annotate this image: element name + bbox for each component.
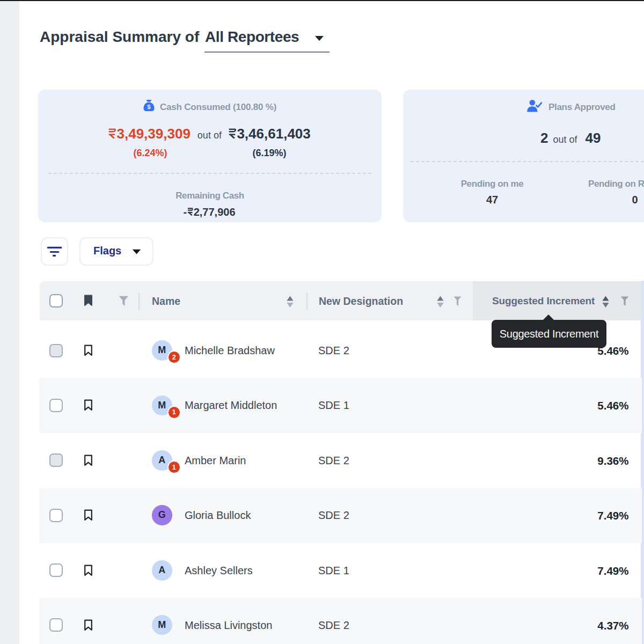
svg-text:$: $ (147, 104, 151, 110)
